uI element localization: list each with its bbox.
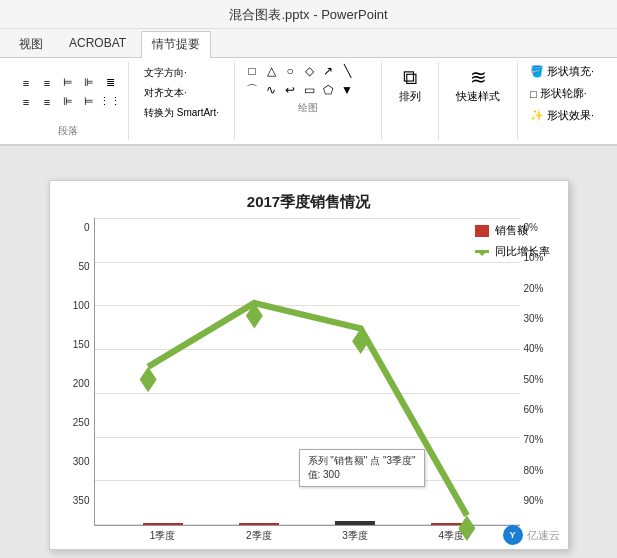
indent-btn2[interactable]: ⊫ [79,74,99,92]
quickstyles-btn[interactable]: ≋ 快速样式 [447,62,509,109]
shape-line[interactable]: ╲ [338,62,356,80]
columns-btn[interactable]: ⋮⋮ [100,93,120,111]
text-group-label [180,124,183,139]
ribbon-tabs: 视图 ACROBAT 情节提要 [0,29,617,58]
watermark-text: 亿速云 [527,528,560,543]
chart-container: 2017季度销售情况 350 300 250 200 150 100 50 0 [62,193,556,537]
title-bar: 混合图表.pptx - PowerPoint [0,0,617,29]
drawing-group: □ △ ○ ◇ ↗ ╲ ⌒ ∿ ↩ ▭ ⬠ ▼ 绘图 [235,62,382,140]
shape-pentagon[interactable]: ⬠ [319,81,337,99]
legend-bar-label: 销售额 [495,223,528,238]
y-right-70: 70% [524,434,544,445]
bar-group-q4 [431,523,471,525]
smartart-row: 转换为 SmartArt· [139,104,224,122]
y-left-350: 350 [73,495,90,506]
shapes-row: □ △ ○ ◇ ↗ ╲ ⌒ ∿ ↩ ▭ ⬠ ▼ [243,62,373,99]
outdent-btn[interactable]: ⊫ [58,93,78,111]
text-align-btn[interactable]: 对齐文本· [139,84,192,102]
slide-area[interactable]: 2017季度销售情况 350 300 250 200 150 100 50 0 [49,180,569,550]
ribbon-toolbar: ≡ ≡ ⊨ ⊫ ≣ ≡ ≡ ⊫ ⊨ ⋮⋮ 段落 文字方向· [0,58,617,146]
text-direction-btn[interactable]: 文字方向· [139,64,192,82]
paragraph-buttons: ≡ ≡ ⊨ ⊫ ≣ ≡ ≡ ⊫ ⊨ ⋮⋮ [16,62,120,122]
y-left-150: 150 [73,339,90,350]
align-center-btn[interactable]: ≡ [37,74,57,92]
text-group-content: 文字方向· 对齐文本· 转换为 SmartArt· [137,62,226,124]
main-content: 2017季度销售情况 350 300 250 200 150 100 50 0 [0,146,617,558]
bar-q2[interactable] [239,523,279,525]
paragraph-label: 段落 [58,122,78,140]
chart-plot: 1季度 2季度 3季度 4季度 [94,218,520,526]
y-right-50: 50% [524,374,544,385]
shape-triangle[interactable]: △ [262,62,280,80]
tab-acrobat[interactable]: ACROBAT [58,31,137,57]
y-right-30: 30% [524,313,544,324]
outdent2-btn[interactable]: ⊨ [79,93,99,111]
align-left2-btn[interactable]: ≡ [16,93,36,111]
outline-icon: □ [530,88,537,100]
y-left-300: 300 [73,456,90,467]
shape-diamond[interactable]: ◇ [300,62,318,80]
legend-bar-color [475,225,489,237]
y-left-250: 250 [73,417,90,428]
y-left-0: 0 [84,222,90,233]
bar-q1[interactable] [143,523,183,525]
shape-format-group: 🪣 形状填充· □ 形状轮廓· ✨ 形状效果· [518,62,606,140]
quickstyles-group: ≋ 快速样式 [439,62,518,140]
drawing-label: 绘图 [298,99,318,117]
shape-arrow[interactable]: ↗ [319,62,337,80]
tab-scenario[interactable]: 情节提要 [141,31,211,58]
y-axis-right: 90% 80% 70% 60% 50% 40% 30% 20% 10% 0% [520,218,556,526]
fill-icon: 🪣 [530,65,544,78]
x-label-q2: 2季度 [239,529,279,543]
shape-fill-btn[interactable]: 🪣 形状填充· [526,62,598,81]
shape-rect[interactable]: □ [243,62,261,80]
indent-btn1[interactable]: ⊨ [58,74,78,92]
shape-connector[interactable]: ↩ [281,81,299,99]
y-right-90: 90% [524,495,544,506]
bar-q4[interactable] [431,523,471,525]
tab-view[interactable]: 视图 [8,31,54,57]
watermark: Y 亿速云 [503,525,560,545]
align-left-btn[interactable]: ≡ [16,74,36,92]
shape-outline-btn[interactable]: □ 形状轮廓· [526,84,598,103]
text-direction-row: 文字方向· [139,64,224,82]
bar-group-q1 [143,523,183,525]
arrange-btn[interactable]: ⧉ 排列 [390,62,430,109]
shape-format-label [561,125,564,140]
shape-rect2[interactable]: ▭ [300,81,318,99]
arrange-icon: ⧉ [403,67,417,87]
y-left-200: 200 [73,378,90,389]
effect-icon: ✨ [530,109,544,122]
y-right-80: 80% [524,465,544,476]
x-label-q1: 1季度 [143,529,183,543]
format-buttons: 🪣 形状填充· □ 形状轮廓· ✨ 形状效果· [526,62,598,125]
text-align-row: 对齐文本· [139,84,224,102]
chart-title: 2017季度销售情况 [62,193,556,212]
y-left-50: 50 [78,261,89,272]
shape-circle[interactable]: ○ [281,62,299,80]
x-label-q4: 4季度 [431,529,471,543]
paragraph-group: ≡ ≡ ⊨ ⊫ ≣ ≡ ≡ ⊫ ⊨ ⋮⋮ 段落 [8,62,129,140]
text-direction-group: 文字方向· 对齐文本· 转换为 SmartArt· [129,62,235,140]
bars-container [95,218,520,525]
legend-bar: 销售额 [475,223,550,238]
y-left-100: 100 [73,300,90,311]
legend-line: 同比增长率 [475,244,550,259]
title-text: 混合图表.pptx - PowerPoint [229,7,387,22]
y-right-20: 20% [524,283,544,294]
align-right-btn[interactable]: ≡ [37,93,57,111]
shape-effect-btn[interactable]: ✨ 形状效果· [526,106,598,125]
x-labels: 1季度 2季度 3季度 4季度 [95,529,520,543]
bar-group-q2 [239,523,279,525]
x-label-q3: 3季度 [335,529,375,543]
shape-curve[interactable]: ⌒ [243,81,261,99]
shape-more[interactable]: ▼ [338,81,356,99]
arrange-group: ⧉ 排列 [382,62,439,140]
paragraph-icons: ≡ ≡ ⊨ ⊫ ≣ ≡ ≡ ⊫ ⊨ ⋮⋮ [16,74,120,111]
bar-q3[interactable] [335,521,375,525]
bar-group-q3 [335,521,375,525]
smartart-btn[interactable]: 转换为 SmartArt· [139,104,224,122]
legend-line-label: 同比增长率 [495,244,550,259]
list-btn[interactable]: ≣ [100,74,120,92]
shape-freeform[interactable]: ∿ [262,81,280,99]
